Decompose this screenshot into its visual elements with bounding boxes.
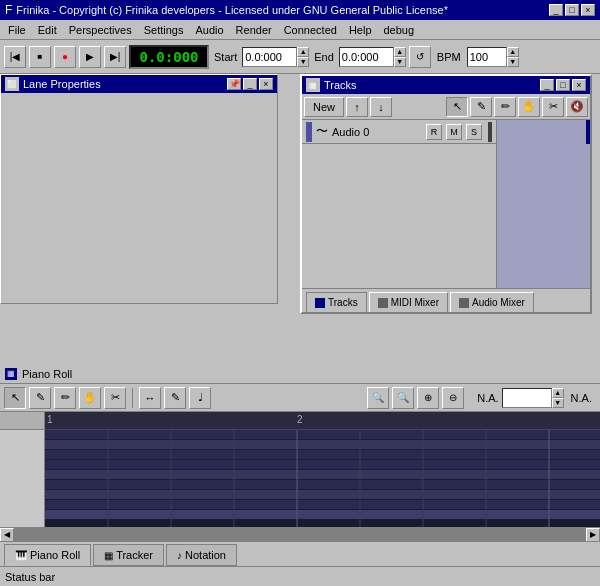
minimize-button[interactable]: _ [549,4,563,16]
tracks-tab[interactable]: Tracks [306,292,367,312]
menu-help[interactable]: Help [343,22,378,38]
pencil-tool-button[interactable]: ✎ [470,97,492,117]
start-time-field[interactable] [242,47,297,67]
pr-na-input-1[interactable]: ▲ ▼ [502,388,564,408]
lane-properties-title-bar: ⬜ Lane Properties 📌 _ × [1,75,277,93]
track-fader[interactable] [488,122,492,142]
track-headers: 〜 Audio 0 R M S [302,120,497,290]
title-text: Frinika - Copyright (c) Frinika develope… [16,4,448,16]
lane-properties-minimize-button[interactable]: _ [243,78,257,90]
paint-tool-button[interactable]: ✏ [494,97,516,117]
new-track-button[interactable]: New [304,97,344,117]
piano-roll-tab-label: Piano Roll [30,549,80,561]
pr-edit-button[interactable]: ✎ [164,387,186,409]
bpm-up[interactable]: ▲ [507,47,519,57]
tracks-minimize-button[interactable]: _ [540,79,554,91]
tracks-close-button[interactable]: × [572,79,586,91]
fast-forward-button[interactable]: ▶| [104,46,126,68]
track-mute-button[interactable]: M [446,124,462,140]
pr-na-field-1[interactable] [502,388,552,408]
pr-paint-tool[interactable]: ✏ [54,387,76,409]
end-time-field[interactable] [339,47,394,67]
status-text: Status bar [5,571,55,583]
record-button[interactable]: ● [54,46,76,68]
grid-content [45,430,600,527]
piano-keys [0,412,45,527]
start-time-down[interactable]: ▼ [297,57,309,67]
menu-audio[interactable]: Audio [189,22,229,38]
bpm-down[interactable]: ▼ [507,57,519,67]
menu-settings[interactable]: Settings [138,22,190,38]
bpm-field[interactable] [467,47,507,67]
title-controls: _ □ × [549,4,595,16]
tracks-move-up-button[interactable]: ↑ [346,97,368,117]
bottom-tabs: 🎹 Piano Roll ▦ Tracker ♪ Notation [0,541,600,566]
rewind-to-start-button[interactable]: |◀ [4,46,26,68]
notation-tab[interactable]: ♪ Notation [166,544,237,566]
audio-mixer-tab[interactable]: Audio Mixer [450,292,534,312]
piano-keys-ruler [0,412,44,430]
pr-zoom-h-out-button[interactable]: ⊖ [442,387,464,409]
midi-mixer-tab[interactable]: MIDI Mixer [369,292,448,312]
track-record-button[interactable]: R [426,124,442,140]
piano-roll-toolbar: ↖ ✎ ✏ ✋ ✂ ↔ ✎ ♩ 🔍 🔍 ⊕ ⊖ N.A. ▲ ▼ N.A. [0,384,600,412]
stop-button[interactable]: ■ [29,46,51,68]
start-label: Start [214,51,237,63]
end-time-down[interactable]: ▼ [394,57,406,67]
pr-na-up-1[interactable]: ▲ [552,388,564,398]
main-content: ⬜ Lane Properties 📌 _ × ▦ Tracks _ □ × N… [0,74,600,364]
pr-na-label-1: N.A. [477,392,498,404]
pr-separator-1 [132,388,133,408]
menu-debug[interactable]: debug [378,22,421,38]
piano-roll-grid[interactable]: 1 2 [45,412,600,527]
pr-zoom-h-in-button[interactable]: ⊕ [417,387,439,409]
menu-render[interactable]: Render [230,22,278,38]
tracks-move-down-button[interactable]: ↓ [370,97,392,117]
pr-select-tool[interactable]: ↖ [4,387,26,409]
tracks-tabs: Tracks MIDI Mixer Audio Mixer [302,288,590,312]
loop-button[interactable]: ↺ [409,46,431,68]
pr-zoom-out-button[interactable]: 🔍 [392,387,414,409]
end-time-input[interactable]: ▲ ▼ [339,47,406,67]
pr-note-button[interactable]: ♩ [189,387,211,409]
piano-roll-tab[interactable]: 🎹 Piano Roll [4,544,91,566]
tracker-tab[interactable]: ▦ Tracker [93,544,164,566]
tracks-window: ▦ Tracks _ □ × New ↑ ↓ ↖ ✎ ✏ ✋ ✂ 🔇 [300,74,592,314]
scissors-tool-button[interactable]: ✂ [542,97,564,117]
menu-connected[interactable]: Connected [278,22,343,38]
start-time-up[interactable]: ▲ [297,47,309,57]
lane-properties-close-button[interactable]: × [259,78,273,90]
piano-roll-icon: ▦ [5,368,17,380]
end-label: End [314,51,334,63]
lane-properties-pin-button[interactable]: 📌 [227,78,241,90]
notation-tab-icon: ♪ [177,550,182,561]
mute-tool-button[interactable]: 🔇 [566,97,588,117]
pr-zoom-in-button[interactable]: 🔍 [367,387,389,409]
start-time-input[interactable]: ▲ ▼ [242,47,309,67]
grab-tool-button[interactable]: ✋ [518,97,540,117]
track-solo-button[interactable]: S [466,124,482,140]
maximize-button[interactable]: □ [565,4,579,16]
midi-mixer-tab-icon [378,298,388,308]
bpm-input[interactable]: ▲ ▼ [467,47,519,67]
pr-scissors-tool[interactable]: ✂ [104,387,126,409]
notation-tab-label: Notation [185,549,226,561]
end-time-up[interactable]: ▲ [394,47,406,57]
menu-perspectives[interactable]: Perspectives [63,22,138,38]
pr-scroll-track[interactable] [14,528,586,542]
pr-scroll-right[interactable]: ▶ [586,528,600,542]
menu-edit[interactable]: Edit [32,22,63,38]
tracks-maximize-button[interactable]: □ [556,79,570,91]
play-button[interactable]: ▶ [79,46,101,68]
list-item [45,450,600,460]
pr-grab-tool[interactable]: ✋ [79,387,101,409]
pr-pencil-tool[interactable]: ✎ [29,387,51,409]
lane-properties-title: Lane Properties [23,78,101,90]
close-button[interactable]: × [581,4,595,16]
select-tool-button[interactable]: ↖ [446,97,468,117]
midi-mixer-tab-label: MIDI Mixer [391,297,439,308]
pr-quantize-button[interactable]: ↔ [139,387,161,409]
menu-file[interactable]: File [2,22,32,38]
pr-scroll-left[interactable]: ◀ [0,528,14,542]
pr-na-down-1[interactable]: ▼ [552,398,564,408]
